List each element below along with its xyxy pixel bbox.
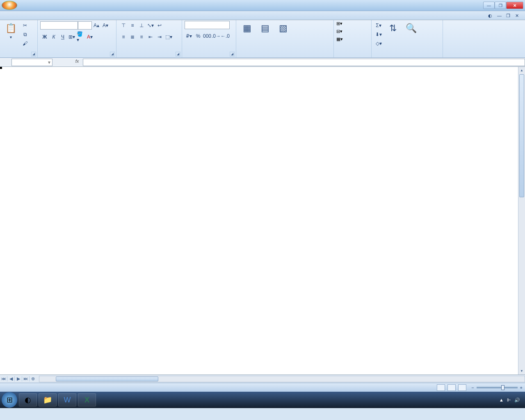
alignment-dialog-launcher[interactable]: ◢ bbox=[176, 52, 180, 57]
italic-button[interactable]: К bbox=[49, 32, 58, 41]
taskbar-excel[interactable]: X bbox=[78, 393, 96, 406]
sort-filter-button[interactable]: ⇅ bbox=[385, 21, 401, 36]
bold-button[interactable]: Ж bbox=[40, 32, 49, 41]
paste-icon: 📋 bbox=[4, 22, 17, 35]
taskbar-app-1[interactable]: ◐ bbox=[19, 393, 37, 406]
format-cells-button[interactable]: ▦ ▾ bbox=[336, 37, 343, 42]
windows-taskbar: ⊞ ◐ 📁 W X ▲ ⊩ 🔊 bbox=[0, 392, 525, 408]
align-right-button[interactable]: ≡ bbox=[137, 32, 146, 41]
tray-network-icon[interactable]: ⊩ bbox=[507, 397, 511, 403]
fill-button[interactable]: ⬇▾ bbox=[374, 30, 383, 39]
scroll-up-arrow[interactable]: ▲ bbox=[518, 67, 525, 74]
align-left-button[interactable]: ≡ bbox=[119, 32, 128, 41]
title-bar: — ❐ ✕ bbox=[0, 0, 525, 11]
taskbar-explorer[interactable]: 📁 bbox=[39, 393, 57, 406]
sheet-nav-last[interactable]: ⏭ bbox=[22, 376, 30, 381]
merge-button[interactable]: ⬚▾ bbox=[164, 32, 173, 41]
formula-bar: ▾ fx bbox=[0, 58, 525, 67]
zoom-out-button[interactable]: − bbox=[471, 385, 474, 390]
fx-button[interactable]: fx bbox=[73, 59, 81, 66]
delete-cells-button[interactable]: ⊟ ▾ bbox=[336, 29, 342, 34]
number-dialog-launcher[interactable]: ◢ bbox=[230, 52, 235, 57]
ribbon-restore-button[interactable]: ❐ bbox=[506, 13, 513, 20]
format-as-table-button[interactable]: ▤ bbox=[257, 21, 273, 36]
sort-icon: ⇅ bbox=[386, 22, 399, 35]
group-editing: Σ▾ ⬇▾ ◇▾ ⇅ 🔍 bbox=[372, 20, 443, 57]
border-button[interactable]: ⊞▾ bbox=[67, 32, 76, 41]
name-box[interactable]: ▾ bbox=[11, 59, 52, 66]
copy-button[interactable]: ⧉ bbox=[21, 30, 30, 39]
number-format-combo[interactable] bbox=[185, 21, 230, 29]
zoom-slider[interactable] bbox=[477, 387, 518, 388]
ribbon-close-button[interactable]: ✕ bbox=[515, 13, 522, 20]
cell-styles-button[interactable]: ▧ bbox=[275, 21, 291, 36]
worksheet-grid[interactable]: ▲ ▼ bbox=[0, 67, 525, 374]
view-pagebreak-button[interactable] bbox=[458, 384, 466, 391]
conditional-formatting-button[interactable]: ▦ bbox=[239, 21, 255, 36]
increase-decimal-button[interactable]: .0→ bbox=[212, 32, 221, 41]
view-normal-button[interactable] bbox=[437, 384, 445, 391]
indent-increase-button[interactable]: ⇥ bbox=[155, 32, 164, 41]
group-clipboard: 📋 ▾ ✂ ⧉ 🖌 ◢ bbox=[0, 20, 38, 57]
tray-flag-icon[interactable]: ▲ bbox=[499, 397, 504, 402]
vertical-scrollbar[interactable]: ▲ ▼ bbox=[518, 67, 525, 374]
zoom-in-button[interactable]: + bbox=[520, 385, 523, 390]
horizontal-scrollbar[interactable] bbox=[39, 376, 525, 382]
paste-button[interactable]: 📋 ▾ bbox=[2, 21, 19, 40]
ribbon-minimize-button[interactable]: — bbox=[497, 13, 504, 20]
orientation-button[interactable]: ⤡▾ bbox=[146, 21, 155, 30]
table-icon: ▤ bbox=[258, 22, 272, 35]
insert-cells-button[interactable]: ⊞ ▾ bbox=[336, 21, 342, 26]
taskbar-word[interactable]: W bbox=[58, 393, 76, 406]
group-number: ₽▾ % 000 .0→ ←.0 ◢ bbox=[182, 20, 236, 57]
font-name-combo[interactable] bbox=[40, 21, 78, 30]
align-bottom-button[interactable]: ⊥ bbox=[137, 21, 146, 30]
help-icon[interactable]: ◐ bbox=[488, 13, 495, 20]
align-top-button[interactable]: ⊤ bbox=[119, 21, 128, 30]
office-button[interactable] bbox=[2, 1, 17, 10]
clear-button[interactable]: ◇▾ bbox=[374, 39, 383, 48]
sheet-nav-prev[interactable]: ◀ bbox=[7, 376, 15, 381]
sheet-nav-next[interactable]: ▶ bbox=[15, 376, 22, 381]
format-painter-button[interactable]: 🖌 bbox=[21, 39, 30, 48]
active-cell-cursor bbox=[0, 67, 2, 68]
ribbon-tabs: ◐ — ❐ ✕ bbox=[0, 11, 525, 20]
cut-button[interactable]: ✂ bbox=[21, 21, 30, 30]
grow-font-button[interactable]: A▴ bbox=[92, 21, 101, 30]
sheet-nav-first[interactable]: ⏮ bbox=[0, 376, 7, 381]
maximize-button[interactable]: ❐ bbox=[495, 2, 506, 9]
new-sheet-button[interactable]: ⊕ bbox=[31, 376, 35, 381]
decrease-decimal-button[interactable]: ←.0 bbox=[221, 32, 230, 41]
font-color-button[interactable]: A▾ bbox=[85, 32, 94, 41]
find-select-button[interactable]: 🔍 bbox=[403, 21, 419, 36]
view-layout-button[interactable] bbox=[447, 384, 456, 391]
comma-button[interactable]: 000 bbox=[203, 32, 212, 41]
indent-decrease-button[interactable]: ⇤ bbox=[146, 32, 155, 41]
font-dialog-launcher[interactable]: ◢ bbox=[110, 52, 115, 57]
wrap-text-button[interactable]: ↩ bbox=[155, 21, 164, 30]
scroll-down-arrow[interactable]: ▼ bbox=[518, 368, 525, 374]
fill-color-button[interactable]: 🪣▾ bbox=[76, 32, 85, 41]
clipboard-dialog-launcher[interactable]: ◢ bbox=[31, 52, 36, 57]
currency-button[interactable]: ₽▾ bbox=[185, 32, 194, 41]
cell-styles-icon: ▧ bbox=[276, 22, 290, 35]
group-font: A▴ A▾ Ж К Ч ⊞▾ 🪣▾ A▾ ◢ bbox=[38, 20, 116, 57]
underline-button[interactable]: Ч bbox=[58, 32, 67, 41]
sheet-tab-bar: ⏮ ◀ ▶ ⏭ ⊕ bbox=[0, 374, 525, 383]
hscroll-thumb[interactable] bbox=[56, 377, 158, 381]
shrink-font-button[interactable]: A▾ bbox=[101, 21, 110, 30]
format-icon: ▦ bbox=[336, 37, 340, 42]
align-center-button[interactable]: ≣ bbox=[128, 32, 137, 41]
scroll-thumb[interactable] bbox=[519, 74, 524, 197]
ribbon: 📋 ▾ ✂ ⧉ 🖌 ◢ A▴ A▾ Ж К Ч bbox=[0, 20, 525, 58]
tray-volume-icon[interactable]: 🔊 bbox=[514, 397, 520, 403]
close-button[interactable]: ✕ bbox=[506, 2, 523, 9]
formula-input[interactable] bbox=[83, 59, 525, 66]
percent-button[interactable]: % bbox=[194, 32, 203, 41]
font-size-combo[interactable] bbox=[78, 21, 92, 30]
minimize-button[interactable]: — bbox=[483, 2, 495, 9]
status-bar: − + bbox=[0, 383, 525, 392]
autosum-button[interactable]: Σ▾ bbox=[374, 21, 383, 30]
align-middle-button[interactable]: ≡ bbox=[128, 21, 137, 30]
start-button[interactable]: ⊞ bbox=[2, 392, 17, 408]
